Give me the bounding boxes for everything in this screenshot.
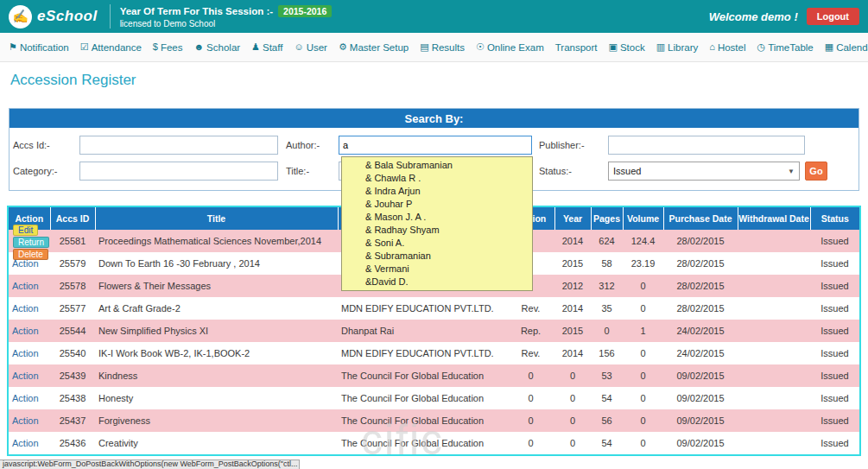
publisher-input[interactable]	[608, 136, 805, 155]
status-select[interactable]: Issued ▼	[608, 162, 800, 181]
cell-edition: Rep.	[507, 320, 554, 342]
author-input[interactable]	[339, 136, 532, 155]
cell-year: 2015	[554, 320, 591, 342]
row-action-link[interactable]: Action	[12, 281, 39, 291]
autocomplete-option[interactable]: & Chawla R .	[342, 172, 532, 185]
cell-withdrawal-date	[738, 297, 810, 320]
cell-purchase-date: 28/02/2015	[663, 230, 738, 252]
calendar-icon: ▦	[825, 42, 833, 52]
return-button[interactable]: Return	[13, 237, 49, 248]
app-window: ✍ eSchool Year Of Term For This Session …	[0, 0, 868, 469]
cell-withdrawal-date	[738, 342, 810, 364]
nav-item-staff[interactable]: ♟ Staff	[251, 42, 282, 53]
top-header-bar: ✍ eSchool Year Of Term For This Session …	[0, 0, 868, 33]
cell-pages: 53	[591, 364, 623, 387]
cell-status: Issued	[810, 297, 859, 320]
cell-year: 2015	[554, 252, 591, 275]
nav-item-transport[interactable]: Transport	[555, 42, 598, 53]
nav-item-hostel[interactable]: ⌂ Hostel	[709, 42, 745, 53]
cell-pages: 56	[591, 409, 623, 432]
cell-pages: 54	[591, 432, 623, 454]
cell-year: 0	[554, 364, 591, 387]
go-button[interactable]: Go	[805, 162, 827, 181]
row-action-link[interactable]: Action	[12, 326, 39, 336]
nav-item-results[interactable]: ▤ Results	[420, 42, 465, 53]
eschool-logo-icon: ✍	[9, 5, 32, 29]
author-autocomplete: & Bala Subramanian& Chawla R .& Indra Ar…	[341, 156, 533, 291]
nav-item-stock[interactable]: ▣ Stock	[609, 42, 645, 53]
row-action-link[interactable]: Action	[12, 371, 39, 381]
accs-id-label: Accs Id:-	[10, 140, 79, 150]
row-action-link[interactable]: Action	[12, 393, 39, 403]
cell-publisher: The Council For Global Education	[338, 432, 507, 454]
accs-id-input[interactable]	[79, 136, 278, 155]
nav-item-scholar[interactable]: ☻ Scholar	[194, 42, 241, 53]
cell-withdrawal-date	[738, 230, 810, 252]
cell-title: Art & Craft Grade-2	[95, 297, 338, 320]
nav-item-user[interactable]: ☺ User	[294, 42, 327, 53]
cell-publisher: MDN EDIFY EDUCATION PVT.LTD.	[338, 342, 507, 364]
row-action-link[interactable]: Action	[12, 348, 39, 358]
search-panel-header: Search By:	[10, 109, 858, 128]
nav-item-online-exam[interactable]: ☉ Online Exam	[476, 42, 544, 53]
autocomplete-option[interactable]: & Indra Arjun	[342, 185, 532, 198]
category-input[interactable]	[79, 162, 278, 181]
autocomplete-option[interactable]: & Subramanian	[342, 250, 532, 263]
column-header-title: Title	[95, 207, 338, 230]
cell-edition: Rev.	[507, 342, 554, 364]
column-header-accs-id: Accs ID	[50, 207, 95, 230]
cell-pages: 0	[591, 320, 623, 342]
scholar-icon: ☻	[194, 42, 205, 52]
brand-name: eSchool	[37, 8, 98, 25]
nav-item-master-setup[interactable]: ⚙ Master Setup	[339, 42, 409, 53]
attendance-icon: ☑	[80, 42, 89, 52]
author-label: Author:-	[286, 140, 339, 150]
timetable-icon: ◷	[757, 42, 766, 52]
online-exam-icon: ☉	[476, 42, 485, 52]
nav-item-timetable[interactable]: ◷ TimeTable	[757, 42, 814, 53]
row-action-link[interactable]: Action	[12, 303, 39, 314]
autocomplete-option[interactable]: & Soni A.	[342, 237, 532, 250]
autocomplete-option[interactable]: & Vermani	[342, 263, 532, 276]
nav-item-attendance[interactable]: ☑ Attendance	[80, 42, 142, 53]
cell-purchase-date: 09/02/2015	[663, 364, 738, 387]
autocomplete-option[interactable]: & Jouhar P	[342, 198, 532, 211]
autocomplete-option[interactable]: &David D.	[342, 276, 532, 288]
column-header-status: Status	[810, 207, 859, 230]
nav-item-library[interactable]: ▥ Library	[656, 42, 699, 53]
row-action-link[interactable]: Action	[12, 415, 39, 426]
delete-button[interactable]: Delete	[13, 249, 48, 260]
cell-status: Issued	[810, 432, 859, 454]
autocomplete-option[interactable]: & Mason J. A .	[342, 211, 532, 224]
cell-withdrawal-date	[738, 432, 810, 454]
cell-volume: 0	[623, 297, 663, 320]
category-label: Category:-	[10, 166, 79, 176]
edit-button[interactable]: Edit	[13, 225, 38, 236]
cell-title: Kindness	[95, 364, 338, 387]
session-year-badge: 2015-2016	[278, 5, 332, 17]
user-icon: ☺	[294, 42, 303, 52]
cell-title: IK-I Work Book WB-2, IK-1,BOOK-2	[95, 342, 338, 364]
cell-edition: 0	[507, 432, 554, 454]
results-icon: ▤	[420, 42, 428, 52]
cell-pages: 312	[591, 275, 623, 297]
logout-button[interactable]: Logout	[807, 8, 859, 25]
nav-item-notification[interactable]: ⚑ Notification	[9, 42, 69, 53]
cell-withdrawal-date	[738, 252, 810, 275]
row-action-link[interactable]: Action	[12, 438, 39, 448]
cell-volume: 23.19	[623, 252, 663, 275]
autocomplete-option[interactable]: & Bala Subramanian	[342, 159, 532, 172]
cell-edition: 0	[507, 387, 554, 409]
cell-title: Proceedings Mathematical Sciences Novemb…	[95, 230, 338, 252]
cell-publisher: The Council For Global Education	[338, 364, 507, 387]
cell-title: Creativity	[95, 432, 338, 454]
nav-item-fees[interactable]: $ Fees	[153, 42, 183, 53]
cell-status: Issued	[810, 409, 859, 432]
hostel-icon: ⌂	[709, 42, 715, 52]
cell-status: Issued	[810, 320, 859, 342]
autocomplete-option[interactable]: & Radhay Shyam	[342, 224, 532, 237]
cell-accs-id: 25438	[50, 387, 95, 409]
nav-item-calendar[interactable]: ▦ Calendar	[825, 42, 868, 53]
chevron-down-icon: ▼	[788, 168, 795, 175]
cell-withdrawal-date	[738, 364, 810, 387]
